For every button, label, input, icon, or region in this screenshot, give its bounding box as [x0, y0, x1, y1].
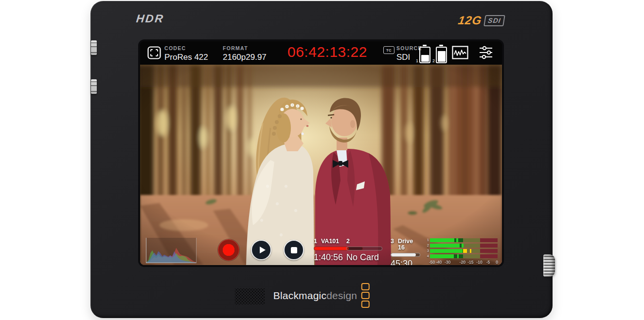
- side-knob[interactable]: [543, 254, 555, 277]
- battery-1-icon: [419, 47, 430, 63]
- codec-value: ProRes 422: [164, 53, 208, 62]
- format-value: 2160p29.97: [223, 53, 267, 62]
- brand-primary: Blackmagic: [273, 290, 326, 301]
- sdi-label: SDI: [484, 15, 505, 26]
- side-latch-top[interactable]: [91, 40, 97, 55]
- slot-2-status: No Card: [346, 253, 382, 262]
- play-button[interactable]: [251, 240, 271, 260]
- brand-secondary: design: [326, 290, 357, 301]
- side-latch-bottom[interactable]: [91, 79, 97, 94]
- codec-label: CODEC: [164, 45, 208, 51]
- page: HDR 12G SDI CODEC ProRes 422: [0, 0, 644, 320]
- slot-1-name: VA101: [321, 238, 339, 245]
- battery-1-indicator[interactable]: 1: [416, 45, 430, 63]
- audio-meter-scale: -50-40-30-20-15-10-50: [430, 260, 498, 265]
- audio-meter-channel-3: 3: [425, 249, 498, 253]
- slot-1-number: 1: [314, 238, 317, 245]
- audio-meter-channel-1: 1: [425, 238, 498, 242]
- video-preview[interactable]: 1 VA101 1:40:56 2 No Card 3: [140, 65, 502, 265]
- battery-2-number: 2: [432, 58, 435, 63]
- video-content: [140, 65, 502, 265]
- audio-meter-channel-2: 2: [425, 244, 498, 248]
- touchscreen[interactable]: CODEC ProRes 422 FORMAT 2160p29.97 06:42…: [140, 41, 502, 265]
- slot-3-progress-bar: [391, 253, 420, 257]
- brand-squares-icon: [361, 283, 370, 308]
- record-button[interactable]: [218, 239, 239, 261]
- histogram[interactable]: [146, 238, 197, 263]
- timecode[interactable]: 06:42:13:22: [287, 44, 367, 60]
- audio-meter-channel-4: 4: [425, 254, 498, 258]
- scopes-icon[interactable]: [452, 46, 468, 61]
- slot-2-number: 2: [346, 238, 350, 245]
- slot-2-progress-bar: [346, 247, 382, 250]
- video-assist-device: HDR 12G SDI CODEC ProRes 422: [90, 1, 553, 318]
- storage-slot-3[interactable]: 3 Drive 16 45:30: [391, 238, 420, 265]
- brand-logo: Blackmagicdesign: [273, 283, 370, 308]
- 12g-sdi-badge: 12G SDI: [457, 14, 505, 27]
- speaker-grille: [235, 288, 265, 304]
- battery-2-indicator[interactable]: 2: [432, 45, 447, 63]
- battery-2-icon: [436, 47, 447, 63]
- status-bar: CODEC ProRes 422 FORMAT 2160p29.97 06:42…: [140, 41, 502, 65]
- audio-meters[interactable]: 1234 -50-40-30-20-15-10-50: [425, 238, 498, 265]
- slot-3-number: 3: [391, 238, 394, 251]
- codec-indicator[interactable]: CODEC ProRes 422: [164, 45, 208, 62]
- frame-guides-icon[interactable]: [147, 46, 161, 61]
- slot-3-time-remaining: 45:30: [391, 259, 420, 265]
- storage-slot-2[interactable]: 2 No Card: [346, 238, 382, 262]
- stop-button[interactable]: [284, 240, 304, 260]
- hdr-badge: HDR: [136, 12, 165, 25]
- format-label: FORMAT: [223, 45, 267, 51]
- slot-3-name: Drive 16: [398, 238, 420, 251]
- settings-sliders-icon[interactable]: [479, 45, 493, 62]
- format-indicator[interactable]: FORMAT 2160p29.97: [223, 45, 267, 62]
- tc-badge: TC: [383, 46, 394, 54]
- battery-1-number: 1: [416, 58, 418, 63]
- 12g-label: 12G: [457, 14, 483, 27]
